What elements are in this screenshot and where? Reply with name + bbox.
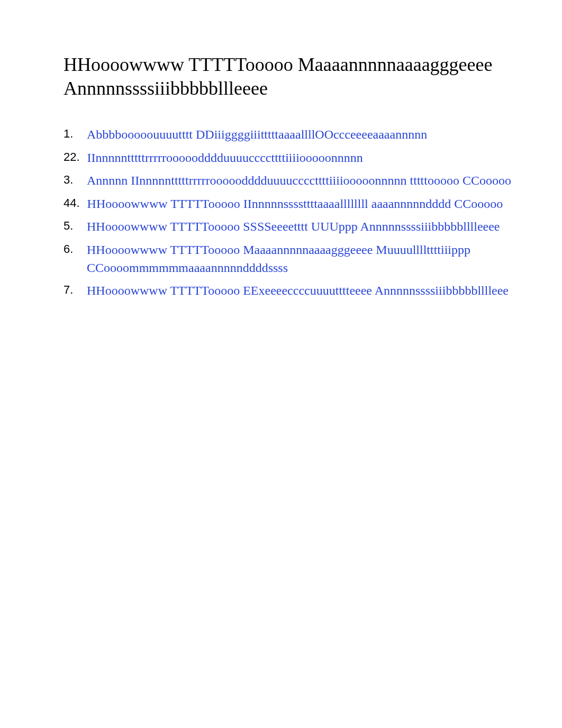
toc-item: 5. HHoooowwww TTTTTooooo SSSSeeeetttt UU… <box>64 218 562 236</box>
table-of-contents: 1. Abbbbooooouuuutttt DDiiiggggiiittttta… <box>64 126 562 300</box>
toc-number: 44. <box>64 195 80 212</box>
title-line-1: HHoooowwww TTTTTooooo Maaaannnnnaaaaggge… <box>64 54 493 75</box>
toc-item: 22. IInnnnntttttrrrrrooooodddduuuucccctt… <box>64 149 562 167</box>
toc-item: 44. HHoooowwww TTTTTooooo IInnnnnssssttt… <box>64 195 562 213</box>
toc-number: 7. <box>64 282 79 298</box>
toc-item: 3. Annnnn IInnnnntttttrrrrrooooodddduuuu… <box>64 172 562 190</box>
toc-number: 22. <box>64 149 80 166</box>
toc-link-execute[interactable]: HHoooowwww TTTTTooooo EExeeeeccccuuuuttt… <box>87 282 509 300</box>
toc-number: 3. <box>64 172 79 188</box>
toc-link-setup[interactable]: HHoooowwww TTTTTooooo SSSSeeeetttt UUUpp… <box>87 218 500 236</box>
toc-link-intro-to[interactable]: Annnnn IInnnnntttttrrrrrooooodddduuuuccc… <box>87 172 511 190</box>
toc-item: 1. Abbbbooooouuuutttt DDiiiggggiiittttta… <box>64 126 562 144</box>
toc-link-manage-multi[interactable]: HHoooowwww TTTTTooooo Maaaannnnnaaaaggge… <box>87 241 470 277</box>
toc-link-line-2: CCoooommmmmmaaaannnnnddddssss <box>87 259 470 277</box>
toc-item: 6. HHoooowwww TTTTTooooo Maaaannnnnaaaag… <box>64 241 562 277</box>
toc-number: 1. <box>64 126 79 142</box>
toc-number: 6. <box>64 241 79 258</box>
toc-link-introduction[interactable]: IInnnnntttttrrrrrooooodddduuuuccccttttii… <box>87 149 363 167</box>
toc-link-install[interactable]: HHoooowwww TTTTTooooo IInnnnnssssttttaaa… <box>87 195 503 213</box>
toc-link-about[interactable]: Abbbbooooouuuutttt DDiiiggggiiitttttaaaa… <box>87 126 427 144</box>
toc-link-line-1: HHoooowwww TTTTTooooo Maaaannnnnaaaaggge… <box>87 241 470 259</box>
toc-item: 7. HHoooowwww TTTTTooooo EExeeeeccccuuuu… <box>64 282 562 300</box>
toc-number: 5. <box>64 218 79 234</box>
page-title: HHoooowwww TTTTTooooo Maaaannnnnaaaaggge… <box>64 53 562 101</box>
title-line-2: Annnnnssssiiibbbbbllleeee <box>64 77 562 101</box>
